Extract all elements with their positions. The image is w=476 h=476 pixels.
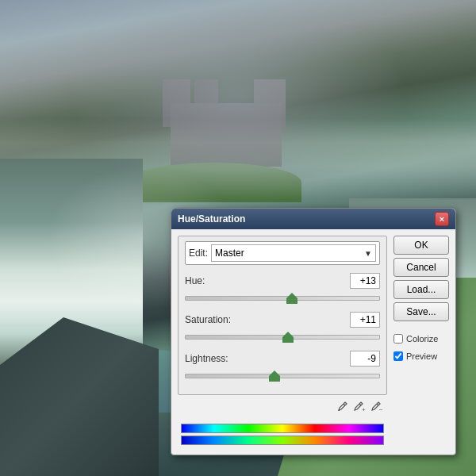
dialog-controls-right: OK Cancel Load... Save... Colorize Previ… — [393, 236, 449, 448]
eyedropper-minus-icon[interactable]: − — [370, 400, 384, 414]
saturation-slider-row: Saturation: — [185, 312, 380, 344]
sat-thumb-shape — [282, 332, 294, 343]
svg-line-0 — [344, 404, 345, 405]
color-bars — [178, 424, 387, 448]
chevron-down-icon: ▼ — [364, 249, 372, 258]
saturation-slider-container — [185, 330, 380, 344]
eyedropper-plus-icon[interactable]: + — [352, 400, 367, 414]
svg-text:−: − — [379, 406, 383, 413]
colorize-label: Colorize — [406, 334, 438, 344]
lightness-slider-row: Lightness: — [185, 351, 380, 383]
svg-point-1 — [339, 409, 340, 411]
dialog-title: Hue/Saturation — [178, 213, 245, 225]
hue-header: Hue: — [185, 273, 380, 289]
lightness-track — [185, 374, 380, 378]
ok-button[interactable]: OK — [393, 236, 449, 255]
dialog-controls-left: Edit: Master ▼ Hue: — [178, 236, 387, 448]
preview-checkbox[interactable] — [393, 351, 403, 361]
edit-dropdown-value: Master — [215, 248, 244, 259]
load-button[interactable]: Load... — [393, 280, 449, 299]
saturation-header: Saturation: — [185, 312, 380, 328]
preview-row: Preview — [393, 351, 449, 361]
hue-track — [185, 296, 380, 301]
hue-value-input[interactable] — [350, 273, 380, 289]
hue-thumb[interactable] — [286, 293, 298, 304]
light-thumb-top — [269, 370, 280, 376]
thumb-top — [286, 293, 298, 298]
save-button[interactable]: Save... — [393, 302, 449, 321]
hue-thumb-shape — [286, 293, 298, 304]
thumb-bottom — [286, 298, 298, 304]
lightness-slider-container — [185, 369, 380, 383]
colorize-row: Colorize — [393, 334, 449, 344]
close-button[interactable]: × — [435, 212, 449, 226]
eyedropper-row: + − — [178, 398, 387, 417]
colorize-checkbox[interactable] — [393, 334, 403, 344]
eyedropper-icon[interactable] — [335, 400, 349, 414]
saturation-label: Saturation: — [185, 314, 231, 325]
edit-section: Edit: Master ▼ Hue: — [178, 236, 387, 395]
svg-line-2 — [359, 404, 361, 405]
lightness-value-input[interactable] — [350, 351, 380, 367]
sat-thumb-bottom — [282, 337, 294, 343]
hue-slider-row: Hue: — [185, 273, 380, 305]
dialog-body: Edit: Master ▼ Hue: — [171, 229, 455, 455]
light-thumb-shape — [269, 370, 280, 382]
lightness-thumb[interactable] — [269, 370, 280, 382]
hue-label: Hue: — [185, 275, 205, 286]
edit-dropdown[interactable]: Master ▼ — [211, 244, 376, 262]
preview-label: Preview — [406, 351, 437, 361]
sat-thumb-top — [282, 332, 294, 337]
color-bar-original — [181, 424, 384, 433]
color-bar-adjusted — [181, 436, 384, 445]
svg-line-4 — [377, 404, 378, 405]
lightness-header: Lightness: — [185, 351, 380, 367]
saturation-track — [185, 335, 380, 340]
hue-saturation-dialog: Hue/Saturation × Edit: Master ▼ Hue: — [171, 208, 456, 455]
edit-label: Edit: — [189, 248, 208, 259]
cancel-button[interactable]: Cancel — [393, 258, 449, 277]
svg-text:+: + — [362, 406, 366, 413]
lightness-label: Lightness: — [185, 353, 228, 364]
edit-row: Edit: Master ▼ — [185, 241, 380, 265]
hue-slider-container — [185, 291, 380, 305]
saturation-thumb[interactable] — [282, 332, 294, 343]
dialog-titlebar: Hue/Saturation × — [171, 209, 455, 229]
light-thumb-bottom — [269, 376, 280, 382]
saturation-value-input[interactable] — [350, 312, 380, 328]
